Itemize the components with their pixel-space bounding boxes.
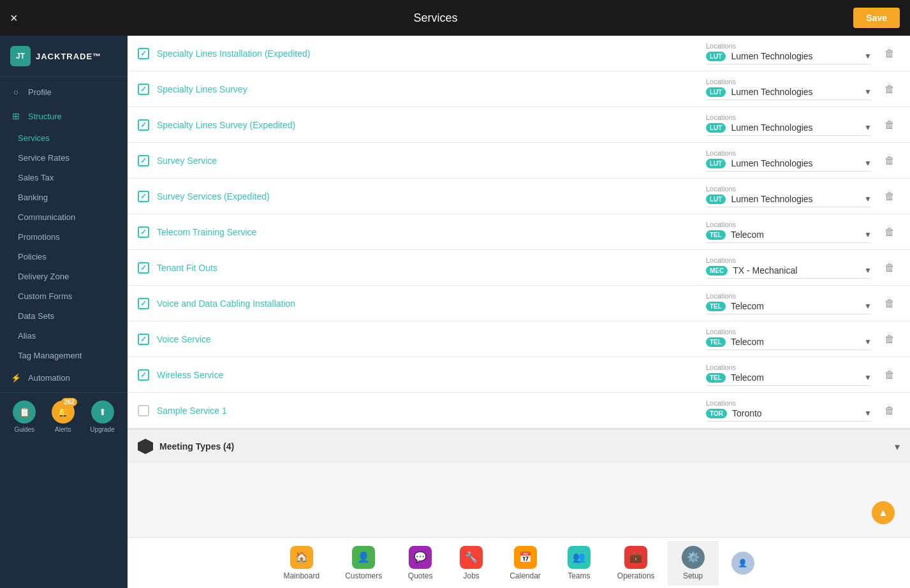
service-name-2[interactable]: Specialty Lines Survey [157,84,698,94]
service-name-1[interactable]: Specialty Lines Installation (Expedited) [157,48,698,59]
nav-customers[interactable]: 👤 Customers [332,541,395,585]
sidebar-item-structure[interactable]: ⊞ Structure [0,104,128,128]
sidebar-bottom-nav: 📋 Guides 🔔 262 Alerts ⬆ Upgrade [0,392,128,441]
nav-teams[interactable]: 👥 Teams [554,541,605,585]
service-checkbox-9[interactable] [138,334,149,345]
service-name-4[interactable]: Survey Service [157,156,698,166]
location-select-6[interactable]: TEL Telecom ▼ [706,230,872,243]
delete-button-5[interactable]: 🗑 [879,188,900,205]
location-select-2[interactable]: LUT Lumen Technologies ▼ [706,87,872,100]
sidebar-sub-communication[interactable]: Communication [0,207,128,227]
loc-name-8: Telecom [731,301,859,311]
service-name-5[interactable]: Survey Services (Expedited) [157,191,698,202]
table-row: Survey Services (Expedited) Locations LU… [128,179,910,214]
delete-button-8[interactable]: 🗑 [879,295,900,312]
table-row: Tenant Fit Outs Locations MEC TX - Mecha… [128,250,910,286]
location-select-7[interactable]: MEC TX - Mechanical ▼ [706,265,872,279]
location-select-4[interactable]: LUT Lumen Technologies ▼ [706,158,872,172]
service-checkbox-8[interactable] [138,298,149,309]
upgrade-button[interactable]: ⬆ Upgrade [90,401,114,433]
nav-calendar[interactable]: 📅 Calendar [497,541,554,585]
service-checkbox-6[interactable] [138,226,149,238]
loc-badge-10: TEL [706,373,726,383]
service-location-11: Locations TOR Toronto ▼ [706,399,872,422]
table-row: Sample Service 1 Locations TOR Toronto ▼… [128,393,910,429]
delete-button-7[interactable]: 🗑 [879,260,900,276]
location-select-1[interactable]: LUT Lumen Technologies ▼ [706,51,872,64]
location-select-9[interactable]: TEL Telecom ▼ [706,337,872,350]
service-name-6[interactable]: Telecom Training Service [157,227,698,237]
loc-name-5: Lumen Technologies [731,194,859,204]
sidebar-sub-service-rates[interactable]: Service Rates [0,148,128,168]
sidebar-item-automation[interactable]: ⚡ Automation [0,365,128,390]
sidebar-sub-delivery-zone[interactable]: Delivery Zone [0,267,128,286]
sidebar-sub-data-sets[interactable]: Data Sets [0,306,128,326]
save-button[interactable]: Save [853,8,900,28]
table-row: Voice and Data Cabling Installation Loca… [128,286,910,321]
nav-operations[interactable]: 💼 Operations [605,541,668,585]
delete-button-6[interactable]: 🗑 [879,224,900,240]
calendar-label: Calendar [510,571,541,580]
service-checkbox-4[interactable] [138,155,149,166]
location-label: Locations [706,328,872,335]
nav-mainboard[interactable]: 🏠 Mainboard [270,541,332,585]
delete-button-3[interactable]: 🗑 [879,117,900,133]
service-name-9[interactable]: Voice Service [157,334,698,344]
location-label: Locations [706,292,872,300]
nav-setup[interactable]: ⚙️ Setup [668,541,719,585]
delete-button-9[interactable]: 🗑 [879,331,900,348]
teams-icon: 👥 [568,546,591,569]
sidebar-sub-custom-forms[interactable]: Custom Forms [0,286,128,306]
loc-name-3: Lumen Technologies [731,122,859,133]
delete-button-2[interactable]: 🗑 [879,81,900,98]
sidebar-sub-services[interactable]: Services [0,128,128,148]
location-select-3[interactable]: LUT Lumen Technologies ▼ [706,122,872,136]
meeting-types-section-header[interactable]: Meeting Types (4) ▾ [128,429,910,463]
scroll-top-button[interactable]: ▲ [872,501,895,524]
loc-badge-3: LUT [706,123,726,133]
service-checkbox-3[interactable] [138,119,149,131]
location-label: Locations [706,78,872,85]
sidebar-sub-promotions[interactable]: Promotions [0,227,128,247]
sidebar-sub-banking[interactable]: Banking [0,187,128,207]
sidebar-sub-tag-management[interactable]: Tag Management [0,346,128,365]
service-name-7[interactable]: Tenant Fit Outs [157,263,698,273]
location-select-5[interactable]: LUT Lumen Technologies ▼ [706,194,872,207]
sidebar-item-label: Profile [28,87,52,97]
alerts-button[interactable]: 🔔 262 Alerts [52,401,75,433]
logo-text: JACKTRADE™ [36,52,101,61]
dropdown-arrow-2: ▼ [864,87,872,96]
service-name-8[interactable]: Voice and Data Cabling Installation [157,298,698,309]
service-checkbox-7[interactable] [138,262,149,274]
sidebar-sub-policies[interactable]: Policies [0,247,128,267]
nav-quotes[interactable]: 💬 Quotes [395,541,446,585]
close-button[interactable]: × [10,11,18,26]
loc-name-7: TX - Mechanical [733,265,859,276]
service-checkbox-2[interactable] [138,84,149,95]
delete-button-11[interactable]: 🗑 [879,402,900,419]
loc-badge-4: LUT [706,159,726,168]
service-checkbox-11[interactable] [138,405,149,416]
service-checkbox-5[interactable] [138,191,149,202]
service-name-10[interactable]: Wireless Service [157,370,698,380]
user-avatar[interactable]: 👤 [731,552,754,575]
location-select-11[interactable]: TOR Toronto ▼ [706,408,872,422]
sidebar-sub-sales-tax[interactable]: Sales Tax [0,168,128,187]
service-name-11[interactable]: Sample Service 1 [157,406,698,416]
loc-badge-9: TEL [706,337,726,347]
location-select-10[interactable]: TEL Telecom ▼ [706,372,872,386]
delete-button-4[interactable]: 🗑 [879,152,900,169]
location-label: Locations [706,42,872,50]
location-select-8[interactable]: TEL Telecom ▼ [706,301,872,314]
service-name-3[interactable]: Specialty Lines Survey (Expedited) [157,120,698,130]
service-checkbox-1[interactable] [138,48,149,59]
content-area: Specialty Lines Installation (Expedited)… [128,36,910,537]
nav-jobs[interactable]: 🔧 Jobs [446,541,497,585]
delete-button-1[interactable]: 🗑 [879,45,900,62]
service-checkbox-10[interactable] [138,369,149,381]
jobs-label: Jobs [463,571,479,580]
sidebar-item-profile[interactable]: ○ Profile [0,80,128,104]
guides-button[interactable]: 📋 Guides [13,401,36,433]
sidebar-sub-alias[interactable]: Alias [0,326,128,346]
delete-button-10[interactable]: 🗑 [879,367,900,383]
